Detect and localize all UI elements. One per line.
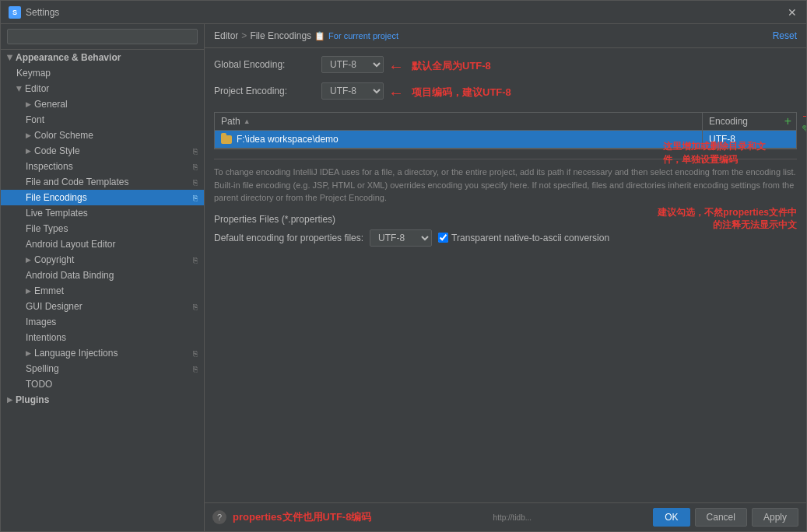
sidebar-item-codestyle[interactable]: ▶ Code Style ⎘ bbox=[1, 143, 204, 159]
sidebar-item-editor[interactable]: ▶ Editor bbox=[1, 81, 204, 96]
project-encoding-row: Project Encoding: UTF-8 bbox=[214, 82, 384, 100]
panel-header: Editor > File Encodings 📋 For current pr… bbox=[205, 24, 806, 48]
bottom-left: ? properties文件也用UTF-8编码 bbox=[212, 510, 371, 524]
file-table: Path ▲ Encoding + F:\idea workspace bbox=[214, 112, 797, 149]
window-title: Settings bbox=[26, 7, 59, 18]
panel-body: Global Encoding: UTF-8 ← 默认全局为UTF-8 Proj… bbox=[205, 48, 806, 502]
reset-button[interactable]: Reset bbox=[773, 30, 797, 41]
settings-window: S Settings ✕ ▶ Appearance & Behavior Key… bbox=[0, 0, 807, 532]
sidebar-item-colorscheme[interactable]: ▶ Color Scheme bbox=[1, 128, 204, 143]
properties-section: Properties Files (*.properties) Default … bbox=[214, 214, 797, 247]
global-encoding-select[interactable]: UTF-8 bbox=[321, 56, 384, 73]
project-link[interactable]: For current project bbox=[328, 31, 398, 40]
file-table-container: Path ▲ Encoding + F:\idea workspace bbox=[214, 109, 797, 149]
sidebar-item-font[interactable]: Font bbox=[1, 112, 204, 128]
copy-icon5: ⎘ bbox=[193, 256, 198, 264]
transparent-label: Transparent native-to-ascii conversion bbox=[451, 233, 609, 243]
sidebar-item-fileandcode[interactable]: File and Code Templates ⎘ bbox=[1, 174, 204, 190]
title-bar-left: S Settings bbox=[9, 6, 59, 19]
copy-icon: ⎘ bbox=[193, 147, 198, 156]
expand-arrow-general: ▶ bbox=[26, 100, 31, 108]
encoding-info-text: To change encoding IntelliJ IDEA uses fo… bbox=[214, 159, 797, 205]
edit-path-button[interactable]: ✎ bbox=[798, 123, 806, 135]
copy-icon2: ⎘ bbox=[193, 163, 198, 171]
sidebar-item-inspections[interactable]: Inspections ⎘ bbox=[1, 159, 204, 174]
add-path-button[interactable]: + bbox=[780, 113, 796, 130]
copy-icon6: ⎘ bbox=[193, 303, 198, 311]
sidebar-item-spelling[interactable]: Spelling ⎘ bbox=[1, 361, 204, 376]
sidebar-item-todo[interactable]: TODO bbox=[1, 376, 204, 392]
global-encoding-label: Global Encoding: bbox=[214, 59, 315, 70]
properties-default-label: Default encoding for properties files: bbox=[214, 233, 363, 243]
content-area: ▶ Appearance & Behavior Keymap ▶ Editor … bbox=[1, 24, 806, 531]
transparent-checkbox-container: Transparent native-to-ascii conversion bbox=[438, 233, 609, 243]
row-path: F:\idea workspace\demo bbox=[215, 131, 703, 148]
path-column-header: Path ▲ bbox=[215, 113, 703, 130]
annotation-properties-encoding: properties文件也用UTF-8编码 bbox=[233, 510, 371, 524]
project-encoding-container: Project Encoding: UTF-8 ← 项目编码，建议UTF-8 bbox=[214, 82, 797, 103]
sidebar-item-appearance[interactable]: ▶ Appearance & Behavior bbox=[1, 50, 204, 65]
bottom-bar: ? properties文件也用UTF-8编码 http://tidb... O… bbox=[205, 502, 806, 531]
table-action-buttons: – ✎ bbox=[798, 109, 806, 135]
expand-arrow: ▶ bbox=[6, 55, 14, 61]
row-encoding: UTF-8 bbox=[703, 131, 796, 148]
project-encoding-select[interactable]: UTF-8 bbox=[321, 82, 384, 100]
expand-arrow-color: ▶ bbox=[26, 131, 31, 139]
search-input[interactable] bbox=[7, 29, 198, 44]
help-button[interactable]: ? bbox=[212, 510, 226, 524]
breadcrumb-current: File Encodings bbox=[250, 30, 311, 41]
app-icon: S bbox=[9, 6, 21, 19]
transparent-checkbox[interactable] bbox=[438, 233, 448, 243]
annotation-project: 项目编码，建议UTF-8 bbox=[412, 86, 511, 100]
sidebar-item-plugins[interactable]: ▶ Plugins bbox=[1, 392, 204, 408]
global-encoding-container: Global Encoding: UTF-8 ← 默认全局为UTF-8 bbox=[214, 56, 797, 76]
project-encoding-label: Project Encoding: bbox=[214, 86, 315, 96]
breadcrumb-separator: > bbox=[241, 30, 247, 41]
table-row[interactable]: F:\idea workspace\demo UTF-8 bbox=[215, 131, 796, 149]
bottom-center: http://tidb... bbox=[493, 513, 532, 522]
sidebar-item-intentions[interactable]: Intentions bbox=[1, 330, 204, 345]
title-bar: S Settings ✕ bbox=[1, 1, 806, 24]
folder-icon bbox=[221, 135, 232, 144]
global-encoding-row: Global Encoding: UTF-8 bbox=[214, 56, 384, 73]
properties-encoding-select[interactable]: UTF-8 bbox=[370, 229, 432, 247]
cancel-button[interactable]: Cancel bbox=[695, 508, 747, 527]
sidebar-item-guidesigner[interactable]: GUI Designer ⎘ bbox=[1, 299, 204, 314]
sidebar-item-androidlayout[interactable]: Android Layout Editor bbox=[1, 236, 204, 252]
remove-path-button[interactable]: – bbox=[798, 109, 806, 121]
apply-button[interactable]: Apply bbox=[752, 508, 798, 527]
expand-arrow-copyright: ▶ bbox=[26, 256, 31, 264]
table-header: Path ▲ Encoding + bbox=[215, 113, 796, 131]
project-icon: 📋 bbox=[314, 31, 325, 41]
sidebar-item-filetypes[interactable]: File Types bbox=[1, 221, 204, 236]
main-panel: Editor > File Encodings 📋 For current pr… bbox=[205, 24, 806, 531]
close-button[interactable]: ✕ bbox=[788, 7, 798, 18]
search-box bbox=[1, 24, 204, 50]
sidebar-item-fileencodings[interactable]: File Encodings ⎘ bbox=[1, 190, 204, 205]
expand-arrow-code: ▶ bbox=[26, 147, 31, 155]
sidebar-item-livetemplates[interactable]: Live Templates bbox=[1, 205, 204, 221]
sidebar-item-emmet[interactable]: ▶ Emmet bbox=[1, 283, 204, 299]
sidebar-item-copyright[interactable]: ▶ Copyright ⎘ bbox=[1, 252, 204, 268]
sidebar-item-androiddatabinding[interactable]: Android Data Binding bbox=[1, 268, 204, 283]
sidebar-item-languageinjections[interactable]: ▶ Language Injections ⎘ bbox=[1, 345, 204, 361]
breadcrumb-parent: Editor bbox=[214, 30, 238, 41]
breadcrumb: Editor > File Encodings 📋 For current pr… bbox=[214, 30, 398, 41]
annotation-global: 默认全局为UTF-8 bbox=[412, 59, 491, 73]
sidebar-item-general[interactable]: ▶ General bbox=[1, 96, 204, 112]
expand-arrow-plugins: ▶ bbox=[7, 396, 12, 404]
expand-arrow-editor: ▶ bbox=[16, 86, 23, 92]
ok-button[interactable]: OK bbox=[653, 508, 689, 527]
arrow-project: ← bbox=[388, 84, 404, 102]
properties-row: Default encoding for properties files: U… bbox=[214, 229, 609, 247]
arrow-global: ← bbox=[388, 58, 404, 75]
expand-arrow-lang: ▶ bbox=[26, 349, 31, 357]
bottom-right: OK Cancel Apply bbox=[653, 508, 798, 527]
copy-icon8: ⎘ bbox=[193, 365, 198, 373]
sort-icon: ▲ bbox=[244, 117, 251, 125]
properties-row-container: Default encoding for properties files: U… bbox=[214, 229, 797, 247]
copy-icon4: ⎘ bbox=[193, 194, 198, 202]
bottom-url: http://tidb... bbox=[493, 513, 532, 522]
sidebar-item-images[interactable]: Images bbox=[1, 314, 204, 330]
sidebar-item-keymap[interactable]: Keymap bbox=[1, 65, 204, 81]
